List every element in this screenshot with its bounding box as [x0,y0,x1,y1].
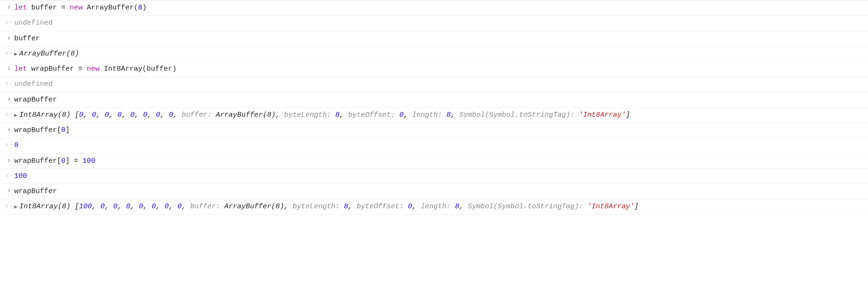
expand-object-icon[interactable]: ▶ [14,111,18,120]
console-input-text: wrapBuffer[0] [14,125,863,136]
code-token: wrapBuffer [14,96,57,104]
code-token: ( [142,65,147,73]
code-token: , [348,203,357,211]
output-arrow-icon: ‹· [4,140,14,150]
code-token: 'Int8Array' [579,111,626,119]
console-output-row: ‹·▶ArrayBuffer(8) [0,46,868,62]
input-prompt-icon: › [4,64,14,74]
code-token: , [105,203,113,211]
code-token: , [130,203,139,211]
code-token: ArrayBuffer(8) [216,111,276,119]
console-input-row[interactable]: ›let wrapBuffer = new Int8Array(buffer) [0,62,868,77]
code-token: , [143,203,152,211]
code-token: , [169,203,177,211]
code-token: [ [57,157,61,165]
code-token: 0 [118,111,122,119]
console-input-row[interactable]: ›wrapBuffer [0,93,868,108]
expand-object-icon[interactable]: ▶ [14,203,18,211]
code-token: 100 [83,157,95,165]
code-token: 8 [335,111,340,119]
console-input-text: let wrapBuffer = new Int8Array(buffer) [14,64,863,74]
console-output-row: ‹·▶Int8Array(8) [0, 0, 0, 0, 0, 0, 0, 0,… [0,108,868,123]
code-token: 8 [344,203,348,211]
console-output-row: ‹·undefined [0,16,868,31]
console-output-text: undefined [14,79,863,90]
code-token: length: [412,111,446,119]
code-token: 0 [61,126,65,134]
input-prompt-icon: › [4,186,14,196]
console-output-text: ▶Int8Array(8) [100, 0, 0, 0, 0, 0, 0, 0,… [14,201,863,212]
code-token: 0 [79,111,83,119]
console-input-row[interactable]: ›wrapBuffer[0] = 100 [0,154,868,169]
code-token: [ [57,126,61,134]
console-output-text: 0 [14,140,863,151]
console-output-row: ‹·0 [0,138,868,153]
code-token: ] [65,126,70,134]
code-token: ) [172,65,176,73]
code-token: 0 [14,141,18,149]
code-token: 0 [152,203,156,211]
code-token: wrapBuffer [14,157,57,165]
code-token: 0 [408,203,412,211]
code-token: , [340,111,348,119]
code-token: , [459,203,468,211]
code-token: Symbol(Symbol.toStringTag): [459,111,579,119]
code-token: 0 [139,203,143,211]
output-arrow-icon: ‹· [4,18,14,28]
code-token: 0 [177,203,182,211]
console-input-text: wrapBuffer [14,186,863,197]
console-output-text: ▶Int8Array(8) [0, 0, 0, 0, 0, 0, 0, 0, b… [14,110,863,121]
code-token: , [135,111,143,119]
code-token: , [451,111,459,119]
console-input-text: wrapBuffer [14,94,863,105]
code-token: , [404,111,412,119]
code-token: 0 [169,111,173,119]
console-output-row: ‹·▶Int8Array(8) [100, 0, 0, 0, 0, 0, 0, … [0,199,868,214]
code-token: , [109,111,118,119]
code-token: , [118,203,126,211]
expand-object-icon[interactable]: ▶ [14,50,18,58]
code-token: byteOffset: [357,203,408,211]
code-token: ] = [65,157,83,165]
code-token: buffer [14,35,40,43]
code-token: [ [75,203,79,211]
output-arrow-icon: ‹· [4,171,14,181]
console-input-text: wrapBuffer[0] = 100 [14,156,863,167]
console-input-row[interactable]: ›wrapBuffer[0] [0,123,868,138]
console-output-text: ▶ArrayBuffer(8) [14,48,863,59]
code-token: byteLength: [284,111,335,119]
code-token: Int8Array(8) [19,203,75,211]
code-token: buffer [31,4,61,12]
code-token: Symbol(Symbol.toStringTag): [468,203,587,211]
code-token: ( [134,4,138,12]
console-output-text: undefined [14,18,863,28]
code-token: , [276,111,284,119]
code-token: length: [421,203,455,211]
code-token: 8 [138,4,142,12]
code-token: ] [626,111,630,119]
code-token: new [70,4,87,12]
console-input-row[interactable]: ›buffer [0,31,868,46]
code-token: , [182,203,190,211]
code-token: Int8Array(8) [19,111,75,119]
console-input-row[interactable]: ›let buffer = new ArrayBuffer(8) [0,0,868,16]
code-token: 0 [105,111,109,119]
code-token: buffer: [182,111,216,119]
code-token: undefined [14,19,53,27]
input-prompt-icon: › [4,33,14,44]
input-prompt-icon: › [4,2,14,13]
console-output-row: ‹·undefined [0,77,868,92]
code-token: new [87,65,104,73]
output-arrow-icon: ‹· [4,79,14,89]
code-token: 100 [14,172,27,180]
code-token: 0 [101,203,105,211]
code-token: , [148,111,156,119]
code-token: = [78,65,87,73]
code-token: , [83,111,92,119]
console-output-row: ‹·100 [0,169,868,184]
code-token: ) [142,4,147,12]
console-input-row[interactable]: ›wrapBuffer [0,184,868,199]
input-prompt-icon: › [4,94,14,105]
code-token: , [96,111,105,119]
code-token: buffer: [190,203,224,211]
